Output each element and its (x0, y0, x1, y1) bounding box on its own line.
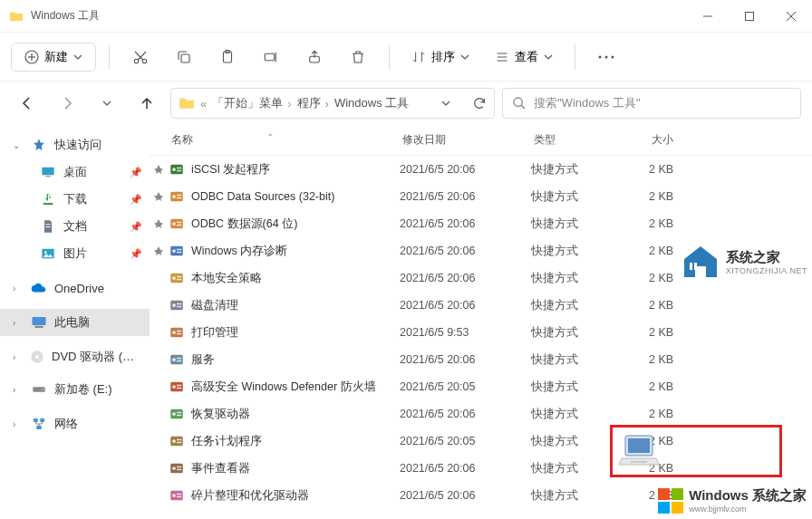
svg-rect-44 (177, 195, 181, 197)
download-icon (40, 191, 56, 207)
sort-button[interactable]: 排序 (402, 43, 478, 71)
file-row[interactable]: 打印管理 2021/6/5 9:53 快捷方式 2 KB (150, 319, 812, 346)
sidebar-pictures[interactable]: 图片📌 (9, 240, 150, 267)
navbar: « 「开始」菜单 › 程序 › Windows 工具 搜索"Windows 工具… (0, 82, 812, 125)
sidebar-onedrive[interactable]: ›OneDrive (0, 274, 150, 302)
pc-icon (31, 314, 47, 331)
column-headers: 名称 ˆ 修改日期 类型 大小 (150, 125, 812, 156)
col-type[interactable]: 类型 (534, 132, 652, 148)
view-label: 查看 (515, 49, 538, 65)
close-button[interactable] (770, 0, 812, 33)
minimize-button[interactable] (687, 0, 729, 33)
more-button[interactable] (588, 39, 624, 75)
sidebar-quick-access[interactable]: ⌄ 快速访问 (0, 131, 150, 159)
file-type: 快捷方式 (531, 298, 649, 313)
file-date: 2021/6/5 20:06 (400, 272, 531, 284)
file-icon (168, 296, 186, 314)
file-row[interactable]: 碎片整理和优化驱动器 2021/6/5 20:06 快捷方式 2 KB (150, 482, 812, 509)
file-date: 2021/6/5 20:05 (400, 435, 531, 447)
breadcrumb-part[interactable]: 程序 › (297, 95, 329, 111)
svg-point-59 (172, 303, 176, 307)
file-date: 2021/6/5 20:06 (400, 163, 531, 176)
file-row[interactable]: 磁盘清理 2021/6/5 20:06 快捷方式 2 KB (150, 292, 812, 319)
file-type: 快捷方式 (531, 189, 649, 205)
view-button[interactable]: 查看 (486, 43, 562, 71)
file-row[interactable]: 本地安全策略 2021/6/5 20:06 快捷方式 2 KB (150, 264, 812, 292)
chevron-down-icon[interactable] (441, 99, 450, 108)
svg-rect-80 (177, 439, 181, 441)
file-name: 磁盘清理 (191, 298, 400, 313)
up-button[interactable] (130, 87, 163, 120)
address-bar[interactable]: « 「开始」菜单 › 程序 › Windows 工具 (170, 88, 495, 119)
svg-rect-30 (35, 326, 44, 328)
titlebar: Windows 工具 (0, 0, 812, 33)
svg-rect-52 (177, 249, 181, 251)
file-row[interactable]: ODBC 数据源(64 位) 2021/6/5 20:06 快捷方式 2 KB (150, 210, 812, 237)
file-name: iSCSI 发起程序 (191, 162, 400, 178)
svg-rect-81 (177, 442, 181, 444)
svg-point-28 (44, 251, 47, 254)
breadcrumb-part[interactable]: 「开始」菜单 › (212, 95, 291, 111)
breadcrumb-part[interactable]: Windows 工具 (334, 95, 409, 111)
recent-button[interactable] (91, 87, 123, 120)
new-button[interactable]: 新建 (11, 43, 96, 72)
search-box[interactable]: 搜索"Windows 工具" (502, 88, 801, 119)
svg-rect-41 (177, 170, 181, 172)
cut-button[interactable] (122, 39, 159, 75)
forward-button[interactable] (51, 87, 83, 120)
copy-button[interactable] (166, 39, 202, 75)
svg-rect-61 (177, 306, 181, 308)
sidebar-thispc[interactable]: ›此电脑 (0, 309, 150, 336)
svg-line-21 (521, 105, 525, 109)
file-row[interactable]: iSCSI 发起程序 2021/6/5 20:06 快捷方式 2 KB (150, 156, 812, 183)
file-size: 2 KB (649, 163, 721, 176)
sidebar-network[interactable]: ›网络 (0, 410, 150, 437)
svg-rect-72 (177, 385, 181, 387)
svg-rect-85 (177, 469, 181, 471)
sidebar-downloads[interactable]: 下载📌 (9, 186, 150, 213)
file-row[interactable]: Windows 内存诊断 2021/6/5 20:06 快捷方式 2 KB (150, 237, 812, 264)
file-size: 2 KB (649, 217, 721, 230)
file-icon (168, 269, 186, 287)
col-date[interactable]: 修改日期 (402, 132, 534, 148)
paste-button[interactable] (209, 39, 246, 75)
maximize-button[interactable] (729, 0, 770, 33)
share-button[interactable] (296, 39, 333, 75)
file-name: 服务 (191, 352, 400, 368)
folder-icon (9, 9, 24, 24)
col-name[interactable]: 名称 ˆ (171, 132, 402, 148)
drive-icon (31, 381, 47, 398)
delete-button[interactable] (340, 39, 376, 75)
file-row[interactable]: 恢复驱动器 2021/6/5 20:06 快捷方式 2 KB (150, 400, 812, 428)
file-type: 快捷方式 (531, 407, 649, 422)
sidebar-volume[interactable]: ›新加卷 (E:) (0, 376, 150, 403)
sidebar-dvd[interactable]: ›DVD 驱动器 (D:) CC (0, 343, 150, 370)
file-row[interactable]: 事件查看器 2021/6/5 20:06 快捷方式 2 KB (150, 455, 812, 482)
file-name: 打印管理 (191, 325, 400, 341)
file-icon (168, 242, 186, 260)
back-button[interactable] (11, 87, 44, 120)
sidebar-desktop[interactable]: 桌面📌 (9, 159, 150, 186)
svg-point-87 (172, 494, 176, 497)
file-row[interactable]: ODBC Data Sources (32-bit) 2021/6/5 20:0… (150, 183, 812, 210)
chevron-down-icon (73, 53, 82, 62)
svg-rect-9 (181, 54, 189, 62)
file-type: 快捷方式 (531, 352, 649, 368)
file-date: 2021/6/5 20:06 (400, 217, 531, 230)
file-date: 2021/6/5 20:06 (400, 245, 531, 257)
col-size[interactable]: 大小 (652, 132, 724, 148)
file-size: 2 KB (649, 462, 721, 475)
sidebar-documents[interactable]: 文档📌 (9, 213, 150, 240)
svg-rect-25 (45, 224, 50, 225)
svg-rect-76 (177, 412, 181, 414)
refresh-button[interactable] (472, 96, 487, 111)
svg-rect-89 (177, 496, 181, 498)
rename-button[interactable] (253, 39, 289, 75)
svg-point-19 (612, 55, 614, 58)
svg-rect-24 (44, 203, 53, 205)
pin-icon (150, 246, 168, 255)
svg-rect-35 (34, 418, 38, 422)
file-row[interactable]: 任务计划程序 2021/6/5 20:05 快捷方式 2 KB (150, 428, 812, 455)
file-row[interactable]: 高级安全 Windows Defender 防火墙 2021/6/5 20:05… (150, 373, 812, 400)
file-row[interactable]: 服务 2021/6/5 20:06 快捷方式 2 KB (150, 346, 812, 373)
